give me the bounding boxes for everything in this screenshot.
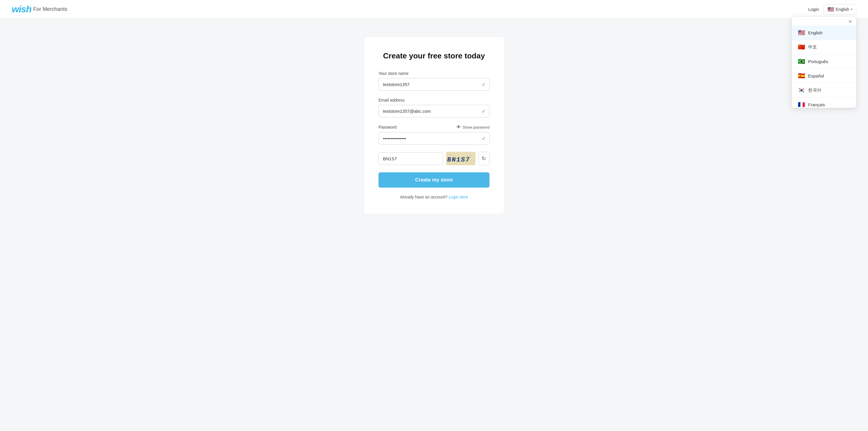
store-name-label: Your store name: [378, 71, 490, 76]
login-here-link[interactable]: Login here: [449, 195, 468, 199]
flag-french: 🇫🇷: [798, 101, 805, 108]
language-dropdown: ✕ 🇺🇸 English 🇨🇳 中文 🇧🇷 Português 🇪🇸 Españ…: [792, 17, 856, 108]
captcha-row: BN1S7 ↻: [378, 152, 490, 165]
close-dropdown-button[interactable]: ✕: [848, 19, 852, 24]
store-name-input-wrapper: ✓: [378, 78, 490, 91]
flag-spanish: 🇪🇸: [798, 72, 805, 79]
lang-item-portuguese[interactable]: 🇧🇷 Português: [792, 54, 856, 69]
email-input[interactable]: [378, 105, 490, 118]
main-content: Create your free store today Your store …: [0, 19, 868, 431]
logo: wish For Merchants: [12, 4, 67, 15]
lang-item-english[interactable]: 🇺🇸 English: [792, 26, 856, 40]
login-link[interactable]: Login: [808, 7, 819, 12]
eye-icon: 👁: [456, 124, 461, 130]
email-label: Email address: [378, 98, 490, 102]
header: wish For Merchants Login 🇺🇸 English ▾: [0, 0, 868, 19]
form-title: Create your free store today: [378, 51, 490, 60]
captcha-input[interactable]: [378, 152, 443, 165]
lang-label-english: English: [808, 30, 823, 35]
chevron-down-icon: ▾: [851, 8, 852, 11]
svg-point-7: [470, 155, 470, 156]
email-field-group: Email address ✓: [378, 98, 490, 118]
show-password-button[interactable]: 👁 Show password: [456, 124, 490, 130]
password-label-row: Password 👁 Show password: [378, 124, 490, 130]
registration-form-card: Create your free store today Your store …: [364, 36, 504, 214]
email-check-icon: ✓: [482, 108, 486, 115]
captcha-svg: BN1S7: [446, 152, 475, 165]
header-right: Login 🇺🇸 English ▾: [808, 4, 856, 15]
password-field-group: Password 👁 Show password ✓: [378, 124, 490, 145]
flag-korean: 🇰🇷: [798, 87, 805, 94]
password-check-icon: ✓: [482, 135, 486, 142]
dropdown-header: ✕: [792, 17, 856, 26]
create-store-button[interactable]: Create my store: [378, 172, 490, 188]
svg-point-5: [450, 154, 451, 155]
email-input-wrapper: ✓: [378, 105, 490, 118]
password-input[interactable]: [378, 132, 490, 145]
password-label: Password: [378, 125, 396, 129]
language-selector-button[interactable]: 🇺🇸 English ▾: [824, 4, 856, 15]
lang-label: English: [836, 7, 849, 12]
login-prompt: Already have an account? Login here: [378, 195, 490, 199]
lang-label-portuguese: Português: [808, 59, 828, 64]
lang-label-chinese: 中文: [808, 44, 817, 50]
svg-text:BN1S7: BN1S7: [446, 156, 471, 163]
password-input-wrapper: ✓: [378, 132, 490, 145]
wish-logo: wish: [12, 4, 31, 15]
refresh-icon: ↻: [482, 155, 486, 162]
svg-point-6: [460, 163, 461, 163]
store-name-check-icon: ✓: [482, 81, 486, 88]
lang-label-french: Français: [808, 102, 825, 107]
flag-chinese: 🇨🇳: [798, 43, 805, 51]
lang-item-chinese[interactable]: 🇨🇳 中文: [792, 40, 856, 54]
lang-item-spanish[interactable]: 🇪🇸 Español: [792, 69, 856, 83]
login-prompt-text: Already have an account?: [400, 195, 447, 199]
lang-label-korean: 한국어: [808, 88, 821, 93]
show-password-label: Show password: [463, 125, 490, 129]
for-merchants-label: For Merchants: [33, 6, 67, 12]
lang-item-french[interactable]: 🇫🇷 Français: [792, 97, 856, 108]
flag-english: 🇺🇸: [798, 29, 805, 36]
language-list: 🇺🇸 English 🇨🇳 中文 🇧🇷 Português 🇪🇸 Español…: [792, 26, 856, 108]
flag-icon: 🇺🇸: [828, 6, 834, 12]
refresh-captcha-button[interactable]: ↻: [478, 152, 490, 165]
store-name-input[interactable]: [378, 78, 490, 91]
lang-label-spanish: Español: [808, 73, 824, 79]
captcha-image: BN1S7: [446, 152, 475, 165]
flag-portuguese: 🇧🇷: [798, 58, 805, 65]
lang-item-korean[interactable]: 🇰🇷 한국어: [792, 83, 856, 97]
store-name-field-group: Your store name ✓: [378, 71, 490, 91]
